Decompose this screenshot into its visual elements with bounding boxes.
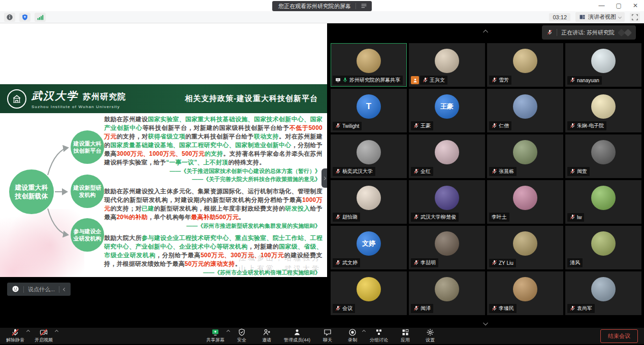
- active-speaker-banner: 正在讲话: 苏州研究院: [542, 25, 636, 40]
- toolbar-item-shield[interactable]: 安全: [234, 328, 249, 343]
- participant-tile[interactable]: 苏州研究院的屏幕共享: [331, 43, 407, 87]
- fullscreen-button[interactable]: [630, 13, 640, 22]
- chevron-up-icon[interactable]: [26, 330, 30, 333]
- participant-tile[interactable]: 袁尚军: [565, 271, 641, 315]
- participant-tile[interactable]: 朱娴-电子院: [565, 89, 641, 132]
- participant-name: 张晨栋: [499, 168, 514, 175]
- toolbar-item-mic-off-big[interactable]: 解除静音: [6, 328, 24, 343]
- avatar: T: [357, 94, 381, 119]
- grid-scroll-down-button[interactable]: [484, 318, 488, 327]
- participant-tile[interactable]: 全红: [409, 134, 485, 178]
- close-button[interactable]: ✕: [633, 3, 638, 9]
- toolbar-item-gear[interactable]: 设置: [423, 328, 438, 343]
- mic-muted-icon: [570, 305, 575, 312]
- participant-tile[interactable]: 李臻民: [487, 271, 563, 315]
- participant-tile[interactable]: TTwilight: [331, 89, 407, 132]
- shield-icon[interactable]: [19, 13, 30, 22]
- mic-muted-icon: [492, 123, 497, 129]
- participant-tile[interactable]: 清风: [565, 226, 641, 269]
- participant-name: 雪芳: [499, 77, 509, 84]
- banner-menu-icon[interactable]: [361, 3, 367, 10]
- divider: [23, 286, 24, 293]
- toolbar-item-breakout[interactable]: 分组讨论: [370, 328, 388, 343]
- participant-tile[interactable]: lw: [565, 180, 641, 224]
- toolbar-item-record[interactable]: 录制: [345, 328, 360, 343]
- emoji-icon[interactable]: [12, 285, 19, 294]
- avatar: [591, 140, 616, 164]
- participant-tile[interactable]: 会议: [331, 271, 407, 315]
- participant-name: 赵怡璐: [342, 214, 358, 221]
- toolbar-item-label: 聊天: [323, 337, 332, 343]
- toolbar-item-label: 开启视频: [35, 337, 53, 343]
- end-meeting-button[interactable]: 结束会议: [600, 329, 638, 343]
- avatar: [591, 186, 616, 210]
- maximize-button[interactable]: ▢: [616, 3, 622, 9]
- info-icon[interactable]: [4, 13, 15, 22]
- toolbar-item-apps[interactable]: 应用: [398, 328, 413, 343]
- divider: [356, 3, 356, 9]
- avatar: [435, 140, 459, 164]
- participant-tile[interactable]: 武汉大学柳楚俊: [409, 180, 485, 224]
- participant-tile[interactable]: 雪芳: [487, 43, 563, 87]
- toolbar-item-label: 邀请: [262, 337, 271, 343]
- slide-title: 相关支持政策-建设重大科技创新平台: [185, 94, 320, 104]
- participant-tile[interactable]: nanayuan: [565, 43, 641, 87]
- participant-tile[interactable]: 张晨栋: [487, 134, 563, 178]
- screen-share-icon: [335, 77, 341, 84]
- toolbar-item-members[interactable]: 管理成员(44): [284, 328, 310, 343]
- participant-tile[interactable]: 文婷武文婷: [331, 226, 407, 269]
- participant-tile[interactable]: 李叶土: [487, 180, 563, 224]
- panel-collapse-handle[interactable]: [321, 168, 327, 188]
- avatar: [435, 277, 459, 301]
- participant-tile[interactable]: 杨奕武汉大学: [331, 134, 407, 178]
- participant-tile[interactable]: 赵怡璐: [331, 180, 407, 224]
- toolbar-item-label: 解除静音: [6, 337, 24, 343]
- divider: [557, 29, 557, 36]
- toolbar-item-chat[interactable]: 聊天: [320, 328, 335, 343]
- participant-name: 李臻民: [499, 305, 514, 312]
- view-mode-select[interactable]: 演讲者视图: [575, 12, 625, 22]
- invite-icon: [263, 328, 271, 336]
- org-name-en: Suzhou Institute of Wuhan University: [31, 105, 126, 109]
- chevron-up-icon[interactable]: [227, 330, 230, 333]
- mic-muted-icon: [413, 305, 419, 312]
- screen-watch-banner: 您正在观看苏州研究院的屏幕: [272, 1, 372, 11]
- mic-muted-icon: [413, 214, 419, 221]
- participant-tile[interactable]: ZY Liu: [487, 226, 563, 269]
- minimize-button[interactable]: —: [599, 3, 605, 9]
- toolbar-item-cam-off[interactable]: 开启视频: [35, 328, 53, 343]
- participant-tile[interactable]: 王兴文: [409, 43, 485, 87]
- participant-tile[interactable]: 李喆明: [409, 226, 485, 269]
- grid-scroll-up-button[interactable]: [484, 27, 488, 36]
- network-signal-icon[interactable]: [35, 13, 46, 22]
- toolbar-item-invite[interactable]: 邀请: [259, 328, 274, 343]
- toolbar-item-share-screen[interactable]: 共享屏幕: [206, 328, 224, 343]
- avatar: [513, 49, 537, 73]
- participant-tile[interactable]: 王豪王豪: [409, 89, 485, 132]
- cam-off-icon: [40, 328, 48, 336]
- mic-muted-icon: [570, 123, 575, 129]
- window-titlebar: 您正在观看苏州研究院的屏幕 — ▢ ✕: [0, 0, 644, 11]
- mic-muted-icon: [413, 168, 419, 175]
- mic-muted-icon: [570, 214, 575, 221]
- meeting-timer: 03:12: [549, 13, 570, 21]
- org-name-cn: 武汉大学: [31, 89, 78, 103]
- mic-muted-icon: [492, 77, 497, 84]
- participant-tile[interactable]: 闻萱: [565, 134, 641, 178]
- mic-muted-icon: [423, 77, 428, 84]
- participant-tile[interactable]: 仁僧: [487, 89, 563, 132]
- chevron-up-icon[interactable]: [362, 330, 366, 333]
- participant-name: 杨奕武汉大学: [342, 168, 373, 175]
- diagram-child-node: 建设新型研发机构: [71, 175, 104, 208]
- participant-name: 朱娴-电子院: [577, 122, 604, 129]
- mic-active-icon: [342, 77, 348, 84]
- quick-chat-bar[interactable]: 说点什么...: [7, 283, 71, 296]
- avatar: [435, 49, 459, 73]
- participant-tile[interactable]: 闻泽: [409, 271, 485, 315]
- participant-name: ZY Liu: [499, 260, 513, 266]
- toolbar-item-label: 设置: [426, 337, 435, 343]
- chevron-up-icon[interactable]: [55, 330, 58, 333]
- chevron-left-icon[interactable]: [63, 287, 67, 291]
- avatar: [591, 49, 616, 73]
- chat-input-placeholder[interactable]: 说点什么...: [28, 286, 55, 293]
